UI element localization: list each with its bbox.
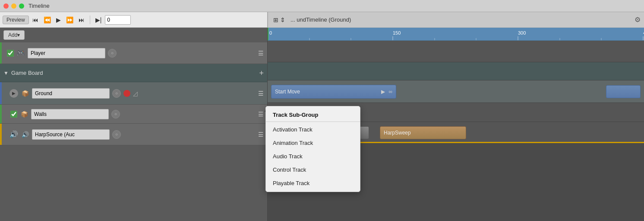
preview-button[interactable]: Preview (3, 16, 29, 24)
ground-menu-button[interactable]: ☰ (258, 90, 264, 97)
window-title: Timeline (28, 3, 50, 9)
player-menu-button[interactable]: ☰ (258, 50, 264, 57)
time-input[interactable] (105, 15, 131, 25)
menu-activation-track[interactable]: Activation Track (266, 123, 360, 136)
ground-timeline-row: Start Move ▶ ∞ (268, 80, 644, 103)
toolbar-separator (90, 16, 90, 24)
ground-accent (0, 82, 2, 104)
skip-end-button[interactable]: ⏭ (77, 16, 86, 24)
ground-play-button[interactable]: ▶ (9, 89, 18, 98)
walls-icon: 📦 (20, 110, 28, 119)
menu-playable-track[interactable]: Playable Track (266, 176, 360, 190)
skip-start-button[interactable]: ⏮ (31, 16, 40, 24)
left-panel: Add▾ 🎮 ○ ☰ ▼ Game Board + ▶ 📦 (0, 28, 268, 221)
step-back-button[interactable]: ⏪ (42, 16, 53, 24)
harp-icon: 🔊 (21, 130, 29, 139)
walls-checkbox[interactable] (10, 111, 17, 118)
harp-accent (0, 124, 2, 145)
right-toolbar: ⊞ ⇕ ... undTimeline (Ground) ⚙ (268, 12, 644, 28)
timeline-ruler: 0 150 300 450 (268, 28, 644, 41)
ground-curve-button[interactable]: ◿ (133, 90, 138, 97)
ground-lock-button[interactable]: ○ (112, 89, 121, 98)
clip-arrow-icon: ▶ (381, 89, 385, 95)
ruler-label-0: 0 (269, 30, 272, 35)
left-toolbar: Preview ⏮ ⏪ ▶ ⏩ ⏭ ▶| (0, 12, 268, 28)
minimize-button[interactable] (11, 3, 16, 9)
harpsweep-clip[interactable]: HarpSweep (380, 126, 466, 139)
timeline-title: ... undTimeline (Ground) (290, 16, 631, 23)
add-button[interactable]: Add▾ (3, 30, 25, 40)
menu-animation-track[interactable]: Animation Track (266, 136, 360, 150)
track-row: 🎮 ○ ☰ (0, 42, 267, 64)
ground-record-button[interactable] (123, 90, 130, 97)
layout-button[interactable]: ⊞ ⇕ (271, 16, 287, 24)
group-header: ▼ Game Board + (0, 64, 267, 82)
menu-audio-track[interactable]: Audio Track (266, 150, 360, 163)
harp-name-input[interactable] (32, 129, 110, 140)
walls-accent (0, 105, 2, 123)
context-menu: Track Sub-Group Activation Track Animati… (265, 106, 360, 192)
player-accent (0, 42, 2, 64)
playhead (268, 28, 268, 40)
menu-control-track[interactable]: Control Track (266, 163, 360, 176)
start-move-label: Start Move (275, 89, 300, 95)
group-arrow-icon[interactable]: ▼ (3, 70, 9, 76)
player-name-input[interactable] (28, 48, 105, 58)
close-button[interactable] (3, 3, 9, 9)
start-move-clip[interactable]: Start Move ▶ ∞ (271, 85, 396, 99)
title-bar: Timeline (0, 0, 644, 12)
ground-track-row: ▶ 📦 ○ ◿ ☰ (0, 82, 267, 105)
ground-icon: 📦 (21, 89, 29, 98)
harp-audio-icon: 🔊 (9, 130, 18, 138)
ground-clip-2[interactable] (606, 85, 641, 98)
window-controls (3, 3, 24, 9)
ground-name-input[interactable] (32, 88, 110, 99)
menu-header: Track Sub-Group (266, 108, 360, 121)
ruler-label-300: 300 (518, 30, 526, 35)
group-timeline-row (268, 62, 644, 80)
play-button[interactable]: ▶ (54, 16, 63, 24)
walls-track-row: 📦 ○ ☰ (0, 105, 267, 124)
harpsweep-label: HarpSweep (384, 130, 411, 136)
harp-track-row: 🔊 🔊 ○ ☰ (0, 124, 267, 145)
add-row: Add▾ (0, 28, 267, 42)
step-forward-button[interactable]: ⏩ (64, 16, 75, 24)
ruler-ticks (268, 28, 644, 40)
clip-infinity-icon: ∞ (388, 89, 392, 95)
walls-name-input[interactable] (31, 109, 109, 119)
group-name: Game Board (11, 70, 257, 76)
harp-lock-button[interactable]: ○ (112, 130, 121, 139)
group-add-button[interactable]: + (259, 69, 264, 77)
maximize-button[interactable] (19, 3, 24, 9)
frame-play-button[interactable]: ▶| (94, 16, 104, 24)
harp-menu-button[interactable]: ☰ (258, 131, 264, 138)
player-lock-button[interactable]: ○ (108, 49, 117, 58)
player-icon: 🎮 (16, 49, 25, 58)
walls-lock-button[interactable]: ○ (111, 110, 120, 119)
ruler-label-150: 150 (393, 30, 401, 35)
walls-menu-button[interactable]: ☰ (258, 111, 264, 118)
settings-button[interactable]: ⚙ (635, 16, 641, 24)
menu-separator (266, 122, 360, 122)
player-timeline-row (268, 41, 644, 62)
top-bar: Preview ⏮ ⏪ ▶ ⏩ ⏭ ▶| ⊞ ⇕ ... undTimeline… (0, 12, 644, 28)
player-checkbox[interactable] (7, 50, 14, 57)
